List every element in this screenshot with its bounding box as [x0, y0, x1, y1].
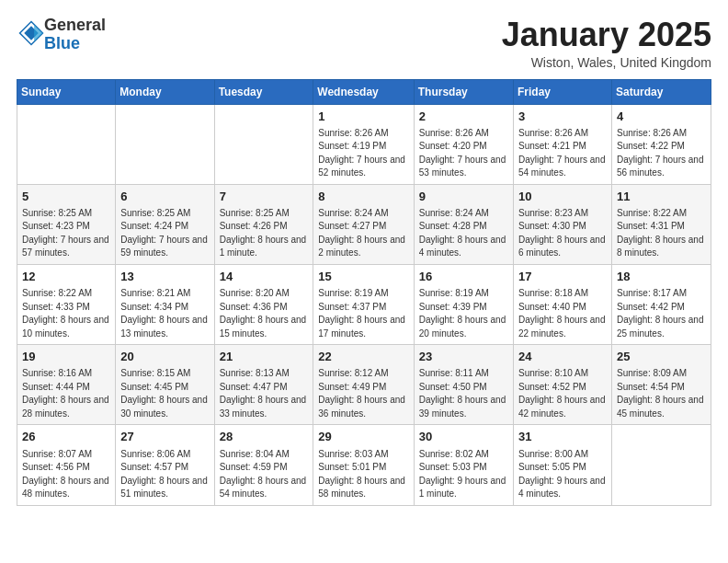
logo: General Blue	[17, 17, 106, 53]
day-info: Sunrise: 8:12 AM Sunset: 4:49 PM Dayligh…	[318, 367, 408, 420]
day-info: Sunrise: 8:25 AM Sunset: 4:23 PM Dayligh…	[22, 207, 110, 260]
day-info: Sunrise: 8:26 AM Sunset: 4:22 PM Dayligh…	[617, 127, 706, 180]
day-info: Sunrise: 8:24 AM Sunset: 4:27 PM Dayligh…	[318, 207, 408, 260]
day-info: Sunrise: 8:25 AM Sunset: 4:24 PM Dayligh…	[120, 207, 209, 260]
header-saturday: Saturday	[611, 79, 711, 104]
day-info: Sunrise: 8:17 AM Sunset: 4:42 PM Dayligh…	[617, 287, 706, 340]
calendar-cell: 14Sunrise: 8:20 AM Sunset: 4:36 PM Dayli…	[214, 264, 313, 344]
day-number: 27	[120, 429, 209, 445]
header: General Blue January 2025 Wiston, Wales,…	[17, 17, 711, 70]
header-tuesday: Tuesday	[214, 79, 313, 104]
day-info: Sunrise: 8:16 AM Sunset: 4:44 PM Dayligh…	[22, 367, 110, 420]
calendar-cell: 10Sunrise: 8:23 AM Sunset: 4:30 PM Dayli…	[513, 184, 611, 264]
calendar-cell: 18Sunrise: 8:17 AM Sunset: 4:42 PM Dayli…	[611, 264, 711, 344]
calendar-cell: 27Sunrise: 8:06 AM Sunset: 4:57 PM Dayli…	[116, 425, 214, 505]
day-info: Sunrise: 8:26 AM Sunset: 4:19 PM Dayligh…	[318, 127, 408, 180]
day-info: Sunrise: 8:26 AM Sunset: 4:20 PM Dayligh…	[419, 127, 508, 180]
week-row-4: 19Sunrise: 8:16 AM Sunset: 4:44 PM Dayli…	[17, 345, 711, 425]
calendar-cell: 25Sunrise: 8:09 AM Sunset: 4:54 PM Dayli…	[611, 345, 711, 425]
calendar: Sunday Monday Tuesday Wednesday Thursday…	[17, 79, 711, 506]
calendar-cell: 5Sunrise: 8:25 AM Sunset: 4:23 PM Daylig…	[17, 184, 116, 264]
day-number: 22	[318, 349, 408, 365]
calendar-cell: 19Sunrise: 8:16 AM Sunset: 4:44 PM Dayli…	[17, 345, 116, 425]
day-info: Sunrise: 8:21 AM Sunset: 4:34 PM Dayligh…	[120, 287, 209, 340]
calendar-cell: 30Sunrise: 8:02 AM Sunset: 5:03 PM Dayli…	[414, 425, 513, 505]
day-info: Sunrise: 8:20 AM Sunset: 4:36 PM Dayligh…	[220, 287, 309, 340]
calendar-cell	[116, 104, 214, 184]
header-monday: Monday	[116, 79, 214, 104]
calendar-cell: 26Sunrise: 8:07 AM Sunset: 4:56 PM Dayli…	[17, 425, 116, 505]
calendar-cell: 3Sunrise: 8:26 AM Sunset: 4:21 PM Daylig…	[513, 104, 611, 184]
day-info: Sunrise: 8:09 AM Sunset: 4:54 PM Dayligh…	[617, 367, 706, 420]
day-number: 7	[220, 189, 309, 205]
day-number: 17	[518, 269, 607, 285]
day-number: 31	[518, 429, 607, 445]
calendar-cell: 15Sunrise: 8:19 AM Sunset: 4:37 PM Dayli…	[313, 264, 414, 344]
calendar-cell: 2Sunrise: 8:26 AM Sunset: 4:20 PM Daylig…	[414, 104, 513, 184]
day-number: 13	[120, 269, 209, 285]
day-info: Sunrise: 8:04 AM Sunset: 4:59 PM Dayligh…	[220, 448, 309, 501]
day-info: Sunrise: 8:19 AM Sunset: 4:39 PM Dayligh…	[419, 287, 508, 340]
day-number: 30	[419, 429, 508, 445]
calendar-cell: 22Sunrise: 8:12 AM Sunset: 4:49 PM Dayli…	[313, 345, 414, 425]
calendar-cell: 4Sunrise: 8:26 AM Sunset: 4:22 PM Daylig…	[611, 104, 711, 184]
calendar-cell: 12Sunrise: 8:22 AM Sunset: 4:33 PM Dayli…	[17, 264, 116, 344]
calendar-cell: 13Sunrise: 8:21 AM Sunset: 4:34 PM Dayli…	[116, 264, 214, 344]
day-number: 23	[419, 349, 508, 365]
day-number: 29	[318, 429, 408, 445]
week-row-5: 26Sunrise: 8:07 AM Sunset: 4:56 PM Dayli…	[17, 425, 711, 505]
day-number: 19	[22, 349, 110, 365]
day-number: 10	[518, 189, 607, 205]
day-info: Sunrise: 8:18 AM Sunset: 4:40 PM Dayligh…	[518, 287, 607, 340]
month-title: January 2025	[502, 17, 711, 53]
calendar-cell: 6Sunrise: 8:25 AM Sunset: 4:24 PM Daylig…	[116, 184, 214, 264]
calendar-cell: 21Sunrise: 8:13 AM Sunset: 4:47 PM Dayli…	[214, 345, 313, 425]
calendar-cell: 9Sunrise: 8:24 AM Sunset: 4:28 PM Daylig…	[414, 184, 513, 264]
calendar-cell: 29Sunrise: 8:03 AM Sunset: 5:01 PM Dayli…	[313, 425, 414, 505]
day-number: 3	[518, 109, 607, 125]
day-number: 26	[22, 429, 110, 445]
day-info: Sunrise: 8:02 AM Sunset: 5:03 PM Dayligh…	[419, 448, 508, 501]
week-row-3: 12Sunrise: 8:22 AM Sunset: 4:33 PM Dayli…	[17, 264, 711, 344]
day-number: 11	[617, 189, 706, 205]
calendar-cell: 16Sunrise: 8:19 AM Sunset: 4:39 PM Dayli…	[414, 264, 513, 344]
day-number: 21	[220, 349, 309, 365]
day-info: Sunrise: 8:11 AM Sunset: 4:50 PM Dayligh…	[419, 367, 508, 420]
day-number: 18	[617, 269, 706, 285]
calendar-cell: 1Sunrise: 8:26 AM Sunset: 4:19 PM Daylig…	[313, 104, 414, 184]
day-number: 4	[617, 109, 706, 125]
day-number: 9	[419, 189, 508, 205]
calendar-cell: 7Sunrise: 8:25 AM Sunset: 4:26 PM Daylig…	[214, 184, 313, 264]
logo-blue-text: Blue	[44, 34, 80, 52]
header-friday: Friday	[513, 79, 611, 104]
day-number: 5	[22, 189, 110, 205]
calendar-cell: 11Sunrise: 8:22 AM Sunset: 4:31 PM Dayli…	[611, 184, 711, 264]
day-number: 6	[120, 189, 209, 205]
calendar-cell: 28Sunrise: 8:04 AM Sunset: 4:59 PM Dayli…	[214, 425, 313, 505]
header-thursday: Thursday	[414, 79, 513, 104]
day-info: Sunrise: 8:24 AM Sunset: 4:28 PM Dayligh…	[419, 207, 508, 260]
calendar-cell: 23Sunrise: 8:11 AM Sunset: 4:50 PM Dayli…	[414, 345, 513, 425]
calendar-cell: 8Sunrise: 8:24 AM Sunset: 4:27 PM Daylig…	[313, 184, 414, 264]
day-number: 12	[22, 269, 110, 285]
calendar-cell: 20Sunrise: 8:15 AM Sunset: 4:45 PM Dayli…	[116, 345, 214, 425]
day-info: Sunrise: 8:00 AM Sunset: 5:05 PM Dayligh…	[518, 448, 607, 501]
day-info: Sunrise: 8:19 AM Sunset: 4:37 PM Dayligh…	[318, 287, 408, 340]
day-number: 24	[518, 349, 607, 365]
day-number: 15	[318, 269, 408, 285]
day-info: Sunrise: 8:22 AM Sunset: 4:31 PM Dayligh…	[617, 207, 706, 260]
week-row-2: 5Sunrise: 8:25 AM Sunset: 4:23 PM Daylig…	[17, 184, 711, 264]
calendar-cell	[17, 104, 116, 184]
weekday-header-row: Sunday Monday Tuesday Wednesday Thursday…	[17, 79, 711, 104]
calendar-cell: 24Sunrise: 8:10 AM Sunset: 4:52 PM Dayli…	[513, 345, 611, 425]
day-info: Sunrise: 8:23 AM Sunset: 4:30 PM Dayligh…	[518, 207, 607, 260]
day-number: 8	[318, 189, 408, 205]
week-row-1: 1Sunrise: 8:26 AM Sunset: 4:19 PM Daylig…	[17, 104, 711, 184]
day-info: Sunrise: 8:26 AM Sunset: 4:21 PM Dayligh…	[518, 127, 607, 180]
day-number: 1	[318, 109, 408, 125]
svg-marker-2	[34, 24, 42, 41]
day-number: 20	[120, 349, 209, 365]
day-info: Sunrise: 8:06 AM Sunset: 4:57 PM Dayligh…	[120, 448, 209, 501]
logo-general: General	[44, 16, 106, 34]
calendar-cell: 17Sunrise: 8:18 AM Sunset: 4:40 PM Dayli…	[513, 264, 611, 344]
